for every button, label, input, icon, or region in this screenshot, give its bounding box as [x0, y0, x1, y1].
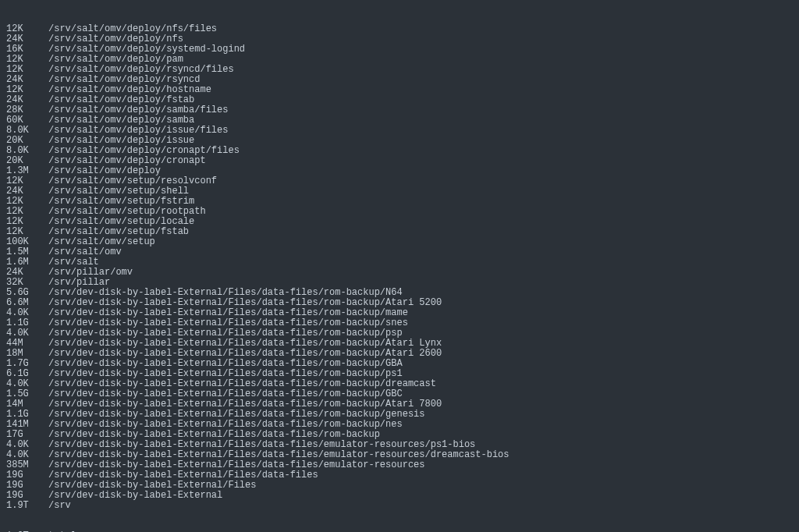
output-line: 1.9T/srv [6, 501, 793, 511]
output-line: 1.5M/srv/salt/omv [6, 247, 793, 257]
output-line: 19G/srv/dev-disk-by-label-External [6, 491, 793, 501]
terminal-output[interactable]: 12K/srv/salt/omv/deploy/nfs/files24K/srv… [6, 4, 793, 532]
path-value: /srv [48, 501, 71, 511]
output-line: 24K/srv/pillar/omv [6, 268, 793, 278]
size-value: 1.9T [6, 501, 48, 511]
path-value: /srv/dev-disk-by-label-External [48, 491, 222, 501]
output-line: 100K/srv/salt/omv/setup [6, 237, 793, 247]
